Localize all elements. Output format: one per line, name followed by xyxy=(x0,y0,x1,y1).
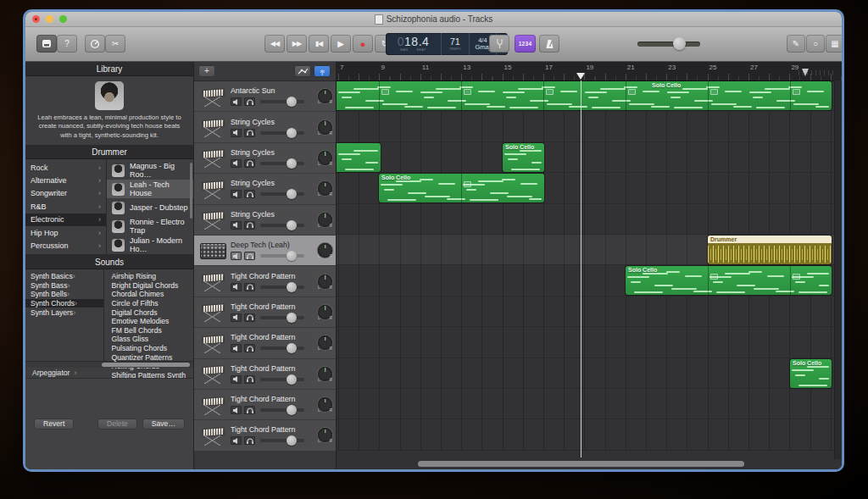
track-header[interactable]: Tight Chord PatternLR xyxy=(194,266,336,297)
track-header[interactable]: Deep Tech (Leah)LR xyxy=(194,236,336,266)
solo-button[interactable] xyxy=(244,190,255,198)
solo-button[interactable] xyxy=(244,313,255,322)
pan-knob[interactable]: LR xyxy=(318,397,332,412)
track-header[interactable]: String CyclesLR xyxy=(194,205,336,236)
pan-knob[interactable]: LR xyxy=(318,428,332,442)
solo-button[interactable] xyxy=(244,97,255,106)
drummer-item[interactable]: Ronnie - Electro Trap xyxy=(107,217,193,236)
media-browser-button[interactable]: ▦ xyxy=(826,35,842,53)
arpeggiator-row[interactable]: Arpeggiator › xyxy=(25,368,193,378)
loop-browser-button[interactable]: ○ xyxy=(806,35,825,53)
catch-playhead-button[interactable]: ›|‹ xyxy=(314,65,331,77)
master-volume-thumb[interactable] xyxy=(673,37,686,50)
track-header[interactable]: Antarctic SunLR xyxy=(194,81,336,112)
track-volume-slider[interactable] xyxy=(260,224,304,227)
mute-button[interactable] xyxy=(231,313,242,322)
pan-knob[interactable]: LR xyxy=(318,274,332,289)
rewind-button[interactable]: ◀◀ xyxy=(264,35,285,53)
quick-help-button[interactable]: ? xyxy=(57,35,77,53)
track-volume-thumb[interactable] xyxy=(287,158,297,169)
solo-button[interactable] xyxy=(244,375,255,384)
solo-button[interactable] xyxy=(244,129,255,137)
genre-item[interactable]: R&B› xyxy=(25,200,106,213)
mute-button[interactable] xyxy=(231,436,242,445)
track-lane[interactable] xyxy=(337,327,842,358)
pan-knob[interactable]: LR xyxy=(318,120,332,135)
delete-button[interactable]: Delete xyxy=(97,419,137,430)
track-header[interactable]: Tight Chord PatternLR xyxy=(194,390,336,420)
track-lane[interactable] xyxy=(337,111,842,141)
track-header[interactable]: Tight Chord PatternLR xyxy=(194,359,336,390)
forward-button[interactable]: ▶▶ xyxy=(287,35,307,53)
sound-category-item[interactable]: Synth Layers› xyxy=(25,308,103,317)
go-to-beginning-button[interactable]: ▮◀ xyxy=(309,35,329,53)
solo-button[interactable] xyxy=(244,252,255,260)
save-button[interactable]: Save… xyxy=(142,419,185,430)
track-volume-slider[interactable] xyxy=(260,347,304,350)
master-volume-slider[interactable] xyxy=(637,42,700,47)
play-button[interactable]: ▶ xyxy=(331,35,351,53)
metronome-button[interactable] xyxy=(539,35,559,53)
editor-button[interactable]: ✂ xyxy=(105,35,125,53)
track-volume-slider[interactable] xyxy=(260,286,304,289)
pan-knob[interactable]: LR xyxy=(318,89,332,103)
zoom-slider[interactable] xyxy=(798,70,834,75)
midi-region[interactable]: Solo Cello xyxy=(337,81,832,110)
lcd-tempo-cell[interactable]: 71 TEMPO xyxy=(442,33,470,55)
drummer-item[interactable]: Jasper - Dubstep xyxy=(107,198,193,217)
mute-button[interactable] xyxy=(231,406,242,414)
zoom-button[interactable] xyxy=(59,15,67,23)
track-volume-thumb[interactable] xyxy=(287,251,297,261)
pan-knob[interactable]: LR xyxy=(318,181,332,196)
sound-patch-item[interactable]: Digital Chords xyxy=(104,308,193,317)
mute-button[interactable] xyxy=(231,129,242,137)
sound-patch-item[interactable]: Pulsating Chords xyxy=(104,344,193,353)
tuner-button[interactable] xyxy=(489,35,509,53)
track-lane[interactable] xyxy=(337,419,842,450)
track-lane[interactable] xyxy=(337,358,842,389)
track-volume-thumb[interactable] xyxy=(287,189,297,199)
solo-button[interactable] xyxy=(244,159,255,168)
track-lane[interactable] xyxy=(337,204,842,235)
mute-button[interactable] xyxy=(231,375,242,384)
track-lane[interactable] xyxy=(337,389,842,419)
track-volume-thumb[interactable] xyxy=(287,374,297,385)
pan-knob[interactable]: LR xyxy=(318,367,332,381)
drummer-region[interactable]: Drummer xyxy=(708,236,832,264)
track-volume-slider[interactable] xyxy=(260,408,304,412)
drummer-item[interactable]: Julian - Modern Ho… xyxy=(107,236,193,254)
track-header[interactable]: String CyclesLR xyxy=(194,143,336,174)
track-volume-thumb[interactable] xyxy=(287,128,297,138)
track-volume-slider[interactable] xyxy=(260,192,304,196)
mute-button[interactable] xyxy=(231,159,242,168)
track-volume-slider[interactable] xyxy=(260,439,304,442)
record-button[interactable]: ● xyxy=(353,35,373,53)
pan-knob[interactable]: LR xyxy=(318,243,332,258)
automation-button[interactable] xyxy=(294,65,311,77)
vertical-scrollbar[interactable] xyxy=(834,80,842,459)
revert-button[interactable]: Revert xyxy=(34,419,74,430)
sound-category-item[interactable]: Synth Bells› xyxy=(25,290,103,299)
genre-item[interactable]: Electronic› xyxy=(25,213,106,226)
library-toggle-button[interactable] xyxy=(36,35,57,53)
timeline-hscroll-thumb[interactable] xyxy=(418,461,744,467)
track-volume-thumb[interactable] xyxy=(287,282,297,292)
sound-patch-item[interactable]: Circle of Fifths xyxy=(104,299,193,308)
minimize-button[interactable] xyxy=(46,15,53,23)
title-bar[interactable]: Schizophonia audio - Tracks xyxy=(25,12,842,27)
count-in-button[interactable]: 1234 xyxy=(515,35,536,53)
solo-button[interactable] xyxy=(244,344,255,352)
mute-button[interactable] xyxy=(231,344,242,352)
genre-item[interactable]: Songwriter› xyxy=(25,187,106,200)
pan-knob[interactable]: LR xyxy=(318,213,332,227)
sound-patch-item[interactable]: Bright Digital Chords xyxy=(104,281,193,291)
mute-button[interactable] xyxy=(231,190,242,198)
sidebar-hscroll-thumb[interactable] xyxy=(102,363,190,367)
track-header[interactable]: String CyclesLR xyxy=(194,174,336,204)
midi-region[interactable]: Solo Cello xyxy=(379,174,544,202)
sound-category-item[interactable]: Synth Basics› xyxy=(25,272,103,281)
drummer-item[interactable]: Leah - Tech House xyxy=(107,180,193,198)
drummer-list-scrollbar[interactable] xyxy=(190,163,192,219)
mute-button[interactable] xyxy=(231,221,242,230)
pan-knob[interactable]: LR xyxy=(318,151,332,165)
